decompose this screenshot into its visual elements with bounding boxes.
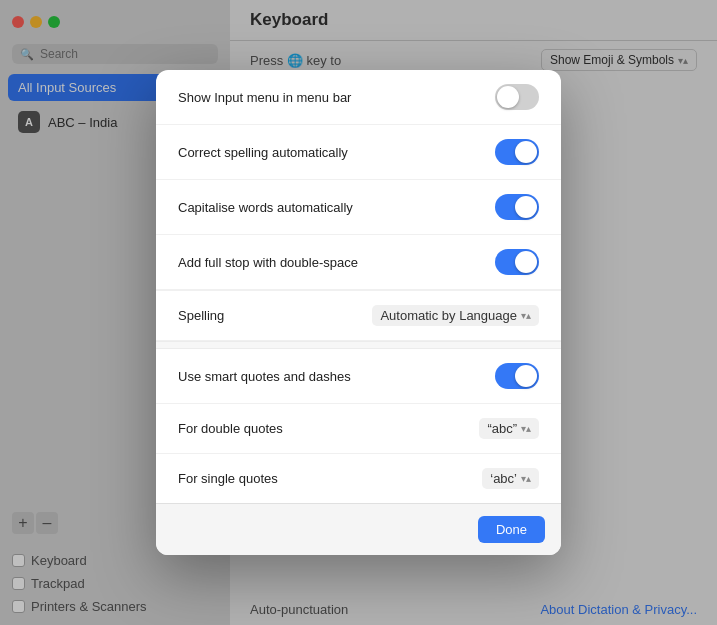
correct-spelling-row: Correct spelling automatically (156, 125, 561, 180)
modal-footer: Done (156, 503, 561, 555)
capitalise-words-toggle[interactable] (495, 194, 539, 220)
capitalise-words-label: Capitalise words automatically (178, 200, 353, 215)
toggle-knob (515, 365, 537, 387)
toggle-knob (497, 86, 519, 108)
double-quotes-label: For double quotes (178, 421, 283, 436)
single-quotes-dropdown[interactable]: ‘abc’ ▾▴ (482, 468, 539, 489)
show-input-menu-row: Show Input menu in menu bar (156, 70, 561, 125)
single-quotes-row: For single quotes ‘abc’ ▾▴ (156, 454, 561, 503)
toggle-knob (515, 251, 537, 273)
double-quotes-dropdown[interactable]: “abc” ▾▴ (479, 418, 539, 439)
show-input-menu-toggle[interactable] (495, 84, 539, 110)
modal-body: Show Input menu in menu bar Correct spel… (156, 70, 561, 503)
spelling-row: Spelling Automatic by Language ▾▴ (156, 290, 561, 341)
spelling-dropdown[interactable]: Automatic by Language ▾▴ (372, 305, 539, 326)
toggle-knob (515, 141, 537, 163)
add-full-stop-toggle[interactable] (495, 249, 539, 275)
add-full-stop-label: Add full stop with double-space (178, 255, 358, 270)
capitalise-words-row: Capitalise words automatically (156, 180, 561, 235)
modal-dialog: Show Input menu in menu bar Correct spel… (156, 70, 561, 555)
add-full-stop-row: Add full stop with double-space (156, 235, 561, 290)
correct-spelling-label: Correct spelling automatically (178, 145, 348, 160)
smart-quotes-toggle[interactable] (495, 363, 539, 389)
section-divider (156, 341, 561, 349)
modal-overlay: Show Input menu in menu bar Correct spel… (0, 0, 717, 625)
correct-spelling-toggle[interactable] (495, 139, 539, 165)
chevron-down-icon: ▾▴ (521, 423, 531, 434)
spelling-label: Spelling (178, 308, 224, 323)
chevron-down-icon: ▾▴ (521, 473, 531, 484)
smart-quotes-label: Use smart quotes and dashes (178, 369, 351, 384)
chevron-down-icon: ▾▴ (521, 310, 531, 321)
toggle-knob (515, 196, 537, 218)
smart-quotes-row: Use smart quotes and dashes (156, 349, 561, 404)
double-quotes-row: For double quotes “abc” ▾▴ (156, 404, 561, 454)
show-input-menu-label: Show Input menu in menu bar (178, 90, 351, 105)
single-quotes-label: For single quotes (178, 471, 278, 486)
done-button[interactable]: Done (478, 516, 545, 543)
